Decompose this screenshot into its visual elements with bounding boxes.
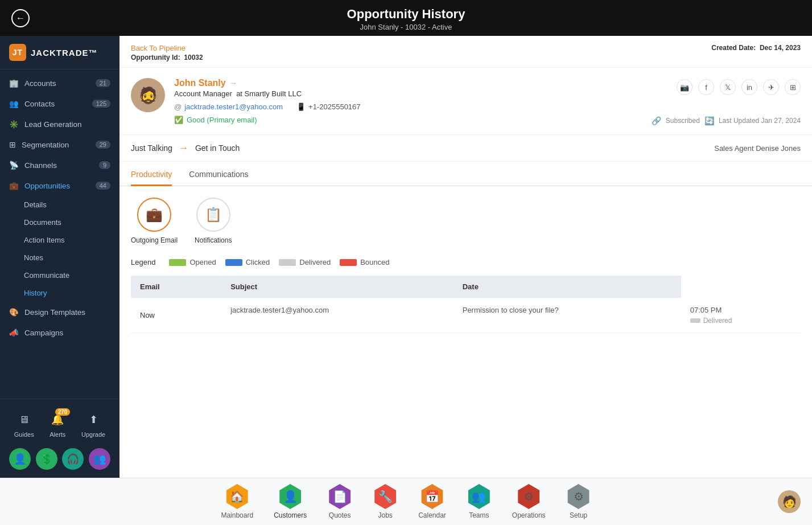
email-contact: @ jacktrade.tester1@yahoo.com <box>174 102 283 111</box>
outgoing-email-item[interactable]: 💼 Outgoing Email <box>131 198 178 244</box>
logo-text: JACKTRADE™ <box>31 48 98 58</box>
delivered-label: Delivered <box>299 258 331 266</box>
headset-icon[interactable]: 🎧 <box>62 448 84 470</box>
phone-contact: 📱 +1-2025550167 <box>296 102 360 111</box>
page-title: Opportunity History <box>0 7 812 22</box>
tabs-section: Productivity Communications <box>119 162 812 186</box>
customers-label: Customers <box>274 511 307 519</box>
dollar-icon[interactable]: 💲 <box>36 448 57 470</box>
delivered-dot <box>690 318 700 323</box>
opportunities-badge: 44 <box>96 182 110 190</box>
jobs-label: Jobs <box>378 511 392 519</box>
nav-operations[interactable]: ⚙ Operations <box>502 482 556 522</box>
facebook-icon[interactable]: f <box>698 79 714 95</box>
sidebar-item-lead-generation[interactable]: ✳️Lead Generation <box>0 114 119 134</box>
status-label: Delivered <box>703 317 732 325</box>
sidebar-item-opportunities[interactable]: 💼Opportunities 44 <box>0 175 119 196</box>
alerts-label: Alerts <box>50 431 65 438</box>
sidebar-item-campaigns[interactable]: 📣Campaigns <box>0 322 119 343</box>
notifications-item[interactable]: 📋 Notifications <box>195 198 232 244</box>
grid-icon[interactable]: ⊞ <box>785 79 801 95</box>
guides-button[interactable]: 🖥 Guides <box>14 411 34 438</box>
legend-bounced: Bounced <box>340 258 389 266</box>
sidebar: JT JACKTRADE™ 🏢Accounts 21 👥Contacts 125… <box>0 36 119 478</box>
email-status-label: Good (Primary email) <box>187 116 257 124</box>
nav-calendar[interactable]: 📅 Calendar <box>408 482 456 522</box>
sidebar-label-accounts: Accounts <box>24 79 56 88</box>
sub-nav-communicate[interactable]: Communicate <box>0 266 119 284</box>
group-icon[interactable]: 👥 <box>89 448 110 470</box>
tab-productivity[interactable]: Productivity <box>131 162 172 186</box>
person-name-arrow[interactable]: → <box>229 79 237 88</box>
nav-customers[interactable]: 👤 Customers <box>263 482 317 522</box>
table-row: Now jacktrade.tester1@yahoo.com Permissi… <box>131 298 801 333</box>
opportunity-id-value: 10032 <box>184 54 203 61</box>
notifications-label: Notifications <box>195 236 232 244</box>
col-subject: Subject <box>221 276 454 298</box>
notifications-icon: 📋 <box>196 198 230 232</box>
opportunity-id: Opportunity Id: 10032 <box>131 54 801 61</box>
segmentation-badge: 29 <box>96 141 110 149</box>
content-header: Created Date: Dec 14, 2023 Back To Pipel… <box>119 36 812 68</box>
current-stage: Just Talking <box>131 143 172 153</box>
sidebar-label-design-templates: Design Templates <box>24 308 85 317</box>
subscribed-info: 🔗 Subscribed 🔄 Last Updated Jan 27, 2024 <box>652 116 801 125</box>
teams-icon: 👥 <box>467 484 492 509</box>
alerts-button[interactable]: 🔔 270 Alerts <box>48 411 67 438</box>
sidebar-nav: 🏢Accounts 21 👥Contacts 125 ✳️Lead Genera… <box>0 69 119 399</box>
row-email: jacktrade.tester1@yahoo.com <box>230 306 444 314</box>
jobs-icon: 🔧 <box>373 484 398 509</box>
mainboard-label: Mainboard <box>221 511 253 519</box>
sub-nav-history[interactable]: History <box>0 284 119 302</box>
tab-communications[interactable]: Communications <box>189 162 248 186</box>
twitter-icon[interactable]: 𝕏 <box>720 79 736 95</box>
sub-nav-notes[interactable]: Notes <box>0 249 119 266</box>
upgrade-label: Upgrade <box>81 431 105 438</box>
created-date-label: Created Date: <box>711 44 756 52</box>
sales-agent: Sales Agent Denise Jones <box>714 144 801 153</box>
opened-label: Opened <box>189 258 216 266</box>
legend-clicked: Clicked <box>225 258 270 266</box>
nav-setup[interactable]: ⚙ Setup <box>556 482 601 522</box>
user-avatar[interactable]: 🧑 <box>778 490 801 513</box>
sub-nav-action-items[interactable]: Action Items <box>0 231 119 249</box>
sub-nav-documents[interactable]: Documents <box>0 214 119 231</box>
col-date: Date <box>454 276 681 298</box>
opened-color <box>169 259 186 266</box>
back-to-pipeline-link[interactable]: Back To Pipeline <box>131 44 801 52</box>
sidebar-item-accounts[interactable]: 🏢Accounts 21 <box>0 73 119 93</box>
phone-number: +1-2025550167 <box>308 102 360 111</box>
accounts-badge: 21 <box>96 79 110 87</box>
content-area: Created Date: Dec 14, 2023 Back To Pipel… <box>119 36 812 478</box>
guides-label: Guides <box>14 431 34 438</box>
bounced-label: Bounced <box>360 258 389 266</box>
setup-icon: ⚙ <box>566 484 591 509</box>
next-stage: Get in Touch <box>195 143 240 153</box>
sidebar-item-channels[interactable]: 📡Channels 9 <box>0 155 119 175</box>
nav-teams[interactable]: 👥 Teams <box>456 482 502 522</box>
email-table: Email Subject Date Now jacktrade.tester1… <box>131 276 801 333</box>
instagram-icon[interactable]: 📷 <box>677 79 693 95</box>
bottom-nav: 🏠 Mainboard 👤 Customers 📄 Quotes 🔧 Jobs … <box>0 478 812 525</box>
nav-quotes[interactable]: 📄 Quotes <box>317 482 362 522</box>
linkedin-icon[interactable]: in <box>741 79 757 95</box>
outgoing-email-label: Outgoing Email <box>131 236 178 244</box>
person-icon[interactable]: 👤 <box>9 448 31 470</box>
back-button[interactable]: ← <box>11 9 30 27</box>
nav-jobs[interactable]: 🔧 Jobs <box>362 482 408 522</box>
last-updated: Last Updated Jan 27, 2024 <box>719 117 801 125</box>
sub-nav-details[interactable]: Details <box>0 196 119 214</box>
sidebar-item-design-templates[interactable]: 🎨Design Templates <box>0 302 119 322</box>
comm-icons: 💼 Outgoing Email 📋 Notifications <box>131 198 801 244</box>
telegram-icon[interactable]: ✈ <box>763 79 779 95</box>
nav-mainboard[interactable]: 🏠 Mainboard <box>211 482 263 522</box>
created-date: Created Date: Dec 14, 2023 <box>711 44 801 52</box>
stage-arrow-icon: → <box>179 143 188 153</box>
sidebar-logo: JT JACKTRADE™ <box>0 36 119 69</box>
sidebar-item-contacts[interactable]: 👥Contacts 125 <box>0 93 119 114</box>
alerts-badge: 270 <box>55 408 71 416</box>
email-link[interactable]: jacktrade.tester1@yahoo.com <box>184 102 283 111</box>
sidebar-item-segmentation[interactable]: ⊞Segmentation 29 <box>0 134 119 155</box>
upgrade-button[interactable]: ⬆ Upgrade <box>81 411 105 438</box>
calendar-icon: 📅 <box>420 484 445 509</box>
